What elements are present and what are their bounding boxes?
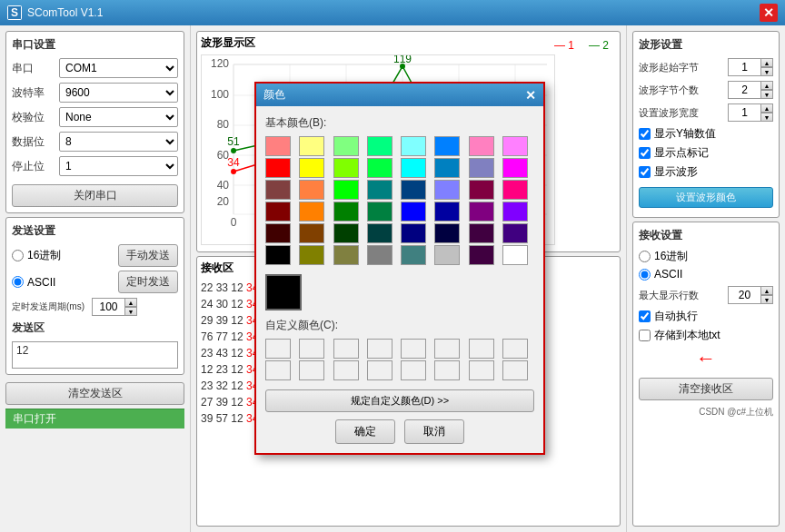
parity-select[interactable]: None Odd Even: [59, 107, 178, 127]
custom-swatch[interactable]: [502, 360, 528, 380]
custom-swatch[interactable]: [502, 339, 528, 359]
custom-swatch[interactable]: [469, 339, 494, 359]
color-swatch[interactable]: [265, 202, 291, 222]
color-swatch[interactable]: [502, 180, 528, 200]
color-swatch[interactable]: [367, 158, 392, 178]
ok-button[interactable]: 确定: [335, 419, 395, 444]
set-wave-color-button[interactable]: 设置波形颜色: [639, 187, 773, 208]
color-swatch[interactable]: [333, 245, 359, 265]
recv-ascii-radio[interactable]: [639, 269, 651, 281]
color-swatch[interactable]: [502, 223, 528, 243]
show-y-checkbox[interactable]: [639, 128, 651, 140]
ascii-radio[interactable]: [12, 276, 24, 288]
color-swatch[interactable]: [401, 202, 426, 222]
custom-swatch[interactable]: [434, 360, 460, 380]
period-up-button[interactable]: ▲: [124, 298, 137, 307]
color-swatch[interactable]: [299, 245, 324, 265]
close-button[interactable]: ✕: [760, 4, 778, 22]
color-swatch[interactable]: [333, 223, 359, 243]
dialog-close-button[interactable]: ✕: [525, 88, 536, 103]
color-swatch[interactable]: [502, 158, 528, 178]
baud-select[interactable]: 9600 115200: [59, 83, 178, 103]
custom-swatch[interactable]: [333, 360, 359, 380]
show-wave-checkbox[interactable]: [639, 166, 651, 178]
timed-send-button[interactable]: 定时发送: [118, 271, 178, 293]
max-lines-up[interactable]: ▲: [760, 286, 773, 295]
color-swatch[interactable]: [367, 180, 392, 200]
cancel-button[interactable]: 取消: [404, 419, 464, 444]
send-area[interactable]: 12: [12, 341, 178, 369]
color-swatch[interactable]: [333, 136, 359, 156]
color-swatch[interactable]: [367, 136, 392, 156]
color-swatch[interactable]: [333, 158, 359, 178]
color-swatch[interactable]: [265, 136, 291, 156]
show-marker-checkbox[interactable]: [639, 147, 651, 159]
custom-swatch[interactable]: [367, 339, 392, 359]
custom-swatch[interactable]: [265, 339, 291, 359]
wave-width-down[interactable]: ▼: [760, 113, 773, 122]
color-swatch[interactable]: [367, 245, 392, 265]
stopbits-select[interactable]: 1 2: [59, 156, 178, 176]
custom-swatch[interactable]: [299, 339, 324, 359]
color-swatch[interactable]: [401, 136, 426, 156]
color-swatch[interactable]: [502, 202, 528, 222]
color-swatch[interactable]: [469, 245, 494, 265]
color-swatch[interactable]: [265, 180, 291, 200]
databits-select[interactable]: 8 7: [59, 132, 178, 152]
byte-count-input[interactable]: [728, 81, 760, 99]
hex-radio[interactable]: [12, 250, 24, 261]
recv-hex-radio[interactable]: [639, 251, 651, 262]
manual-send-button[interactable]: 手动发送: [118, 244, 178, 267]
color-swatch[interactable]: [367, 202, 392, 222]
custom-swatch[interactable]: [469, 360, 494, 380]
color-swatch[interactable]: [401, 180, 426, 200]
clear-send-button[interactable]: 清空发送区: [5, 382, 184, 405]
start-byte-up[interactable]: ▲: [760, 58, 773, 67]
color-swatch[interactable]: [434, 136, 460, 156]
color-swatch[interactable]: [502, 245, 528, 265]
color-swatch[interactable]: [333, 180, 359, 200]
custom-swatch[interactable]: [333, 339, 359, 359]
custom-swatch[interactable]: [265, 360, 291, 380]
color-swatch[interactable]: [333, 202, 359, 222]
max-lines-input[interactable]: [728, 286, 760, 304]
color-swatch[interactable]: [469, 223, 494, 243]
color-swatch[interactable]: [265, 158, 291, 178]
color-swatch[interactable]: [434, 158, 460, 178]
color-swatch[interactable]: [299, 158, 324, 178]
color-swatch[interactable]: [299, 136, 324, 156]
color-swatch[interactable]: [265, 223, 291, 243]
color-swatch[interactable]: [265, 245, 291, 265]
byte-count-down[interactable]: ▼: [760, 90, 773, 99]
color-swatch[interactable]: [367, 223, 392, 243]
color-swatch[interactable]: [469, 180, 494, 200]
color-swatch[interactable]: [299, 223, 324, 243]
save-local-checkbox[interactable]: [639, 330, 651, 341]
color-swatch[interactable]: [299, 202, 324, 222]
custom-swatch[interactable]: [401, 360, 426, 380]
start-byte-down[interactable]: ▼: [760, 67, 773, 76]
wave-width-input[interactable]: [728, 103, 760, 122]
period-input[interactable]: [92, 298, 124, 316]
color-swatch[interactable]: [434, 223, 460, 243]
color-swatch[interactable]: [401, 223, 426, 243]
byte-count-up[interactable]: ▲: [760, 81, 773, 90]
color-swatch[interactable]: [434, 180, 460, 200]
start-byte-input[interactable]: [728, 58, 760, 76]
auto-run-checkbox[interactable]: [639, 310, 651, 322]
color-swatch[interactable]: [469, 202, 494, 222]
port-select[interactable]: COM1 COM2 COM3: [59, 58, 178, 78]
custom-swatch[interactable]: [299, 360, 324, 380]
color-swatch[interactable]: [469, 158, 494, 178]
define-colors-button[interactable]: 规定自定义颜色(D) >>: [265, 389, 534, 412]
wave-width-up[interactable]: ▲: [760, 103, 773, 113]
color-swatch[interactable]: [299, 180, 324, 200]
custom-swatch[interactable]: [367, 360, 392, 380]
clear-receive-button[interactable]: 清空接收区: [639, 378, 773, 400]
color-swatch[interactable]: [502, 136, 528, 156]
color-swatch[interactable]: [401, 245, 426, 265]
max-lines-down[interactable]: ▼: [760, 295, 773, 304]
period-down-button[interactable]: ▼: [124, 307, 137, 316]
close-port-button[interactable]: 关闭串口: [12, 184, 178, 207]
custom-swatch[interactable]: [401, 339, 426, 359]
